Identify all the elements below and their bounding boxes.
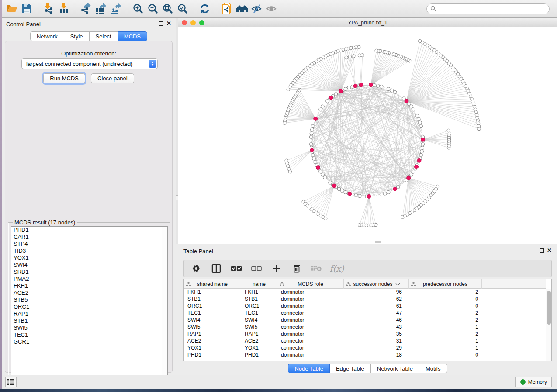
- hide-selected-icon[interactable]: [249, 1, 264, 16]
- search-input[interactable]: [426, 3, 550, 14]
- maximize-window-icon[interactable]: [199, 20, 204, 25]
- table-row[interactable]: ACE2ACE2connector311: [184, 337, 546, 344]
- task-history-button[interactable]: [5, 377, 17, 387]
- cell-predecessor-nodes[interactable]: 0: [409, 296, 482, 302]
- cell-successor-nodes[interactable]: 46: [344, 317, 409, 323]
- table-vscroll-thumb[interactable]: [547, 291, 551, 325]
- mcds-hub-node[interactable]: [316, 166, 320, 170]
- mcds-hub-node[interactable]: [417, 158, 421, 162]
- close-panel-button[interactable]: Close panel: [91, 73, 134, 83]
- cell-MCDS-role[interactable]: dominator: [277, 317, 344, 323]
- mcds-result-item[interactable]: STB5: [11, 296, 167, 303]
- optimization-criterion-select[interactable]: largest connected component (undirected)…: [21, 58, 158, 69]
- cell-shared-name[interactable]: TEC1: [184, 310, 241, 316]
- column-header-predecessor-nodes[interactable]: predecessor nodes: [409, 279, 482, 289]
- export-table-icon[interactable]: [93, 1, 108, 16]
- table-row[interactable]: PHD1PHD1dominator180: [184, 351, 546, 358]
- cell-name[interactable]: SWI5: [241, 324, 277, 330]
- cell-successor-nodes[interactable]: 62: [344, 296, 409, 302]
- column-header-shared-name[interactable]: shared name: [184, 279, 241, 289]
- delete-table-icon[interactable]: [311, 263, 322, 274]
- column-header-name[interactable]: name: [241, 279, 277, 289]
- tab-network-table[interactable]: Network Table: [371, 364, 419, 373]
- network-canvas[interactable]: [178, 28, 557, 243]
- zoom-out-icon[interactable]: [145, 1, 160, 16]
- gear-icon[interactable]: [191, 263, 201, 274]
- mcds-result-item[interactable]: GCR1: [11, 338, 167, 345]
- mcds-result-item[interactable]: ORC1: [11, 303, 167, 310]
- cell-name[interactable]: FKH1: [241, 289, 277, 295]
- cell-shared-name[interactable]: FKH1: [184, 289, 241, 295]
- cell-predecessor-nodes[interactable]: 2: [409, 331, 482, 337]
- cell-MCDS-role[interactable]: dominator: [277, 303, 344, 309]
- export-network-icon[interactable]: [79, 1, 93, 16]
- new-network-from-selection-icon[interactable]: [220, 1, 235, 16]
- mcds-hub-node[interactable]: [405, 99, 408, 103]
- table-row[interactable]: ORC1ORC1dominator610: [184, 303, 546, 309]
- cell-successor-nodes[interactable]: 18: [344, 352, 409, 358]
- function-builder-icon[interactable]: f(x): [332, 263, 342, 274]
- table-row[interactable]: YOX1YOX1connector291: [184, 344, 546, 351]
- zoom-in-icon[interactable]: [131, 1, 145, 16]
- import-network-icon[interactable]: [42, 1, 56, 16]
- cell-successor-nodes[interactable]: 35: [344, 331, 409, 337]
- mcds-hub-node[interactable]: [367, 195, 371, 199]
- cell-shared-name[interactable]: PHD1: [184, 352, 241, 358]
- tab-motifs[interactable]: Motifs: [419, 364, 447, 373]
- close-panel-icon[interactable]: ✕: [547, 248, 552, 253]
- mcds-hub-node[interactable]: [339, 89, 343, 93]
- float-panel-icon[interactable]: [540, 248, 544, 253]
- mcds-hub-node[interactable]: [369, 83, 373, 87]
- table-row[interactable]: SWI4SWI4dominator462: [184, 316, 546, 323]
- cell-MCDS-role[interactable]: connector: [277, 310, 344, 316]
- mcds-result-item[interactable]: TEC1: [11, 331, 167, 338]
- cell-shared-name[interactable]: SWI4: [184, 317, 241, 323]
- zoom-fit-icon[interactable]: [160, 1, 175, 16]
- cell-shared-name[interactable]: ACE2: [184, 338, 241, 344]
- cell-name[interactable]: ACE2: [241, 338, 277, 344]
- mcds-hub-node[interactable]: [348, 192, 352, 196]
- cell-predecessor-nodes[interactable]: 2: [409, 317, 482, 323]
- close-panel-icon[interactable]: ✕: [166, 21, 171, 26]
- open-session-icon[interactable]: [4, 1, 19, 16]
- table-vscrollbar[interactable]: [546, 289, 551, 361]
- cell-MCDS-role[interactable]: dominator: [277, 352, 344, 358]
- cell-MCDS-role[interactable]: connector: [277, 338, 344, 344]
- mcds-result-item[interactable]: FKH1: [11, 282, 167, 289]
- mcds-result-item[interactable]: STP4: [11, 241, 167, 248]
- mcds-hub-node[interactable]: [393, 187, 397, 191]
- cell-predecessor-nodes[interactable]: 0: [409, 303, 482, 309]
- tab-select[interactable]: Select: [90, 31, 118, 41]
- mcds-result-item[interactable]: PHD1: [11, 227, 167, 234]
- mcds-result-item[interactable]: TID3: [11, 248, 167, 254]
- import-table-icon[interactable]: [56, 1, 71, 16]
- cell-predecessor-nodes[interactable]: 0: [409, 352, 482, 358]
- mcds-result-item[interactable]: CAR1: [11, 234, 167, 241]
- cell-MCDS-role[interactable]: dominator: [277, 331, 344, 337]
- mcds-result-item[interactable]: PMA2: [11, 275, 167, 282]
- mcds-hub-node[interactable]: [415, 165, 419, 169]
- table-row[interactable]: TEC1TEC1connector472: [184, 309, 546, 316]
- column-header-MCDS-role[interactable]: MCDS role: [277, 279, 344, 289]
- tab-node-table[interactable]: Node Table: [288, 364, 330, 373]
- zoom-selected-icon[interactable]: [175, 1, 190, 16]
- tab-network[interactable]: Network: [30, 31, 64, 41]
- cell-shared-name[interactable]: ORC1: [184, 303, 241, 309]
- cell-predecessor-nodes[interactable]: 1: [409, 324, 482, 330]
- run-mcds-button[interactable]: Run MCDS: [43, 73, 85, 83]
- add-column-icon[interactable]: [271, 263, 282, 274]
- refresh-icon[interactable]: [197, 1, 212, 16]
- memory-button[interactable]: Memory: [515, 377, 552, 387]
- mcds-result-item[interactable]: SWI4: [11, 261, 167, 268]
- cell-name[interactable]: YOX1: [241, 345, 277, 351]
- save-session-icon[interactable]: [19, 1, 34, 16]
- mcds-hub-node[interactable]: [421, 138, 425, 141]
- cell-successor-nodes[interactable]: 96: [344, 289, 409, 295]
- network-window-titlebar[interactable]: YPA_prune.txt_1: [178, 18, 557, 27]
- network-hscroll-thumb[interactable]: [375, 241, 381, 243]
- mcds-hub-node[interactable]: [329, 96, 333, 100]
- mcds-hub-node[interactable]: [353, 84, 357, 88]
- minimize-window-icon[interactable]: [190, 20, 196, 25]
- mcds-hub-node[interactable]: [332, 184, 336, 188]
- cell-MCDS-role[interactable]: connector: [277, 345, 344, 351]
